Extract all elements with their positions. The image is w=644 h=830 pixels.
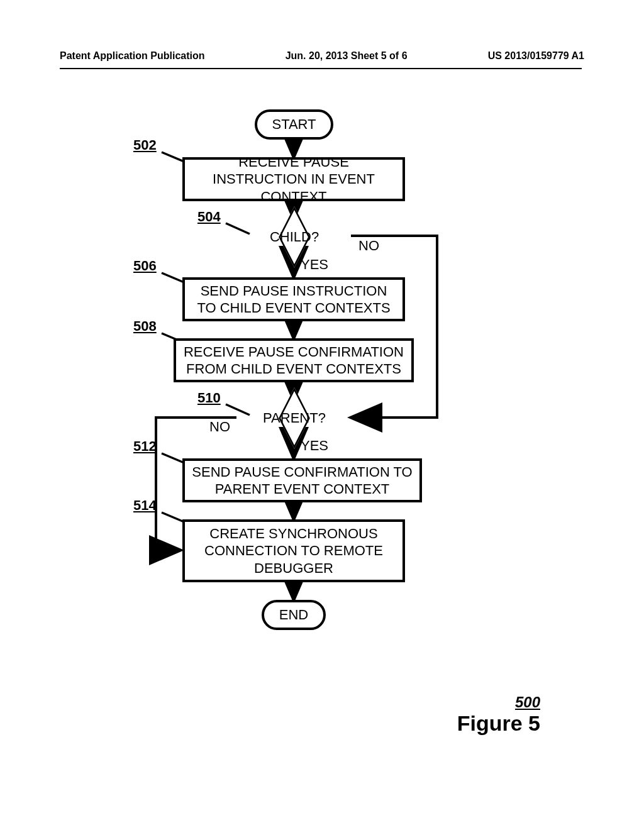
process-502-label: RECEIVE PAUSE INSTRUCTION IN EVENT CONTE… <box>190 153 397 206</box>
ref-508: 508 <box>133 318 157 335</box>
ref-506: 506 <box>133 258 157 274</box>
label-504-no: NO <box>358 238 379 254</box>
decision-504-label: CHILD? <box>238 229 351 245</box>
decision-510: PARENT? <box>238 400 351 436</box>
process-514-label: CREATE SYNCHRONOUS CONNECTION TO REMOTE … <box>190 525 397 577</box>
figure-caption: 500 Figure 5 <box>457 694 540 736</box>
header-divider <box>60 68 582 69</box>
process-514: CREATE SYNCHRONOUS CONNECTION TO REMOTE … <box>182 519 405 582</box>
page-header: Patent Application Publication Jun. 20, … <box>0 50 644 62</box>
process-508: RECEIVE PAUSE CONFIRMATION FROM CHILD EV… <box>174 338 414 382</box>
ref-502: 502 <box>133 137 157 153</box>
header-right: US 2013/0159779 A1 <box>488 50 584 62</box>
process-502: RECEIVE PAUSE INSTRUCTION IN EVENT CONTE… <box>182 157 405 201</box>
terminal-start: START <box>255 109 333 140</box>
process-506-label: SEND PAUSE INSTRUCTION TO CHILD EVENT CO… <box>190 282 397 317</box>
process-512: SEND PAUSE CONFIRMATION TO PARENT EVENT … <box>182 458 422 502</box>
terminal-end-label: END <box>279 607 308 623</box>
ref-512: 512 <box>133 438 157 455</box>
ref-510: 510 <box>197 390 221 406</box>
process-508-label: RECEIVE PAUSE CONFIRMATION FROM CHILD EV… <box>181 343 406 378</box>
process-506: SEND PAUSE INSTRUCTION TO CHILD EVENT CO… <box>182 277 405 321</box>
label-510-yes: YES <box>301 438 328 454</box>
process-512-label: SEND PAUSE CONFIRMATION TO PARENT EVENT … <box>190 463 414 498</box>
header-center: Jun. 20, 2013 Sheet 5 of 6 <box>286 50 408 62</box>
ref-514: 514 <box>133 497 157 514</box>
terminal-end: END <box>262 600 326 630</box>
label-504-yes: YES <box>301 257 328 273</box>
decision-510-label: PARENT? <box>238 410 351 426</box>
flowchart-canvas: START 502 RECEIVE PAUSE INSTRUCTION IN E… <box>0 101 644 729</box>
label-510-no: NO <box>209 419 230 435</box>
figure-title: Figure 5 <box>457 711 540 736</box>
terminal-start-label: START <box>272 116 316 133</box>
header-left: Patent Application Publication <box>60 50 205 62</box>
decision-504: CHILD? <box>238 219 351 255</box>
figure-ref: 500 <box>457 694 540 711</box>
ref-504: 504 <box>197 209 221 225</box>
